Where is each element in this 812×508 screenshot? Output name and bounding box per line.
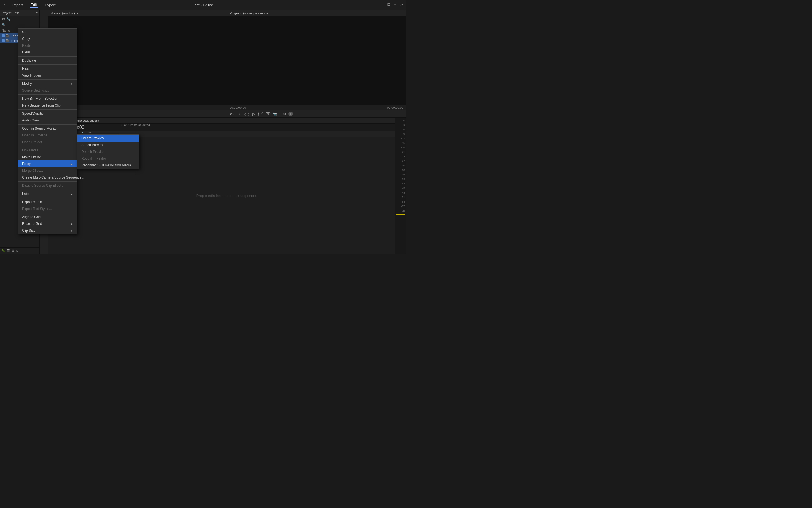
- prog-step-back-icon[interactable]: ◁: [243, 112, 246, 116]
- monitors-row: Source: (no clips) ≡ 00;00;00;00 🔷 ◁| 📷 …: [48, 10, 406, 118]
- menu-disable-effects: Disable Source Clip Effects: [18, 182, 77, 189]
- db-33: -33: [401, 169, 405, 171]
- menu-merge-clips: Merge Clips...: [18, 167, 77, 174]
- prog-frame-icon[interactable]: ▱: [279, 112, 282, 116]
- program-monitor: Program: (no sequences) ≡ 00;00;00;00 00…: [227, 10, 406, 118]
- panel-settings-icon[interactable]: 🔧: [6, 17, 10, 21]
- menu-modify[interactable]: Modify ▶: [18, 80, 77, 87]
- proxy-detach: Detach Proxies: [77, 148, 139, 155]
- menu-duplicate[interactable]: Duplicate: [18, 57, 77, 64]
- proxy-submenu: Create Proxies... Attach Proxies... Deta…: [77, 134, 139, 169]
- project-panel-label: Project: Test: [2, 11, 19, 15]
- prog-extract-icon[interactable]: ⌦: [266, 112, 271, 116]
- app-title: Test - Edited: [193, 3, 213, 7]
- prog-play-icon[interactable]: ▷: [248, 112, 251, 116]
- menu-export-media[interactable]: Export Media...: [18, 199, 77, 205]
- nav-import[interactable]: Import: [11, 2, 24, 8]
- proxy-reconnect[interactable]: Reconnect Full Resolution Media...: [77, 162, 139, 169]
- clip-color-swatch: [2, 35, 4, 37]
- menu-paste: Paste: [18, 42, 77, 49]
- menu-view-hidden[interactable]: View Hidden: [18, 72, 77, 79]
- menu-export-text: Export Text Styles...: [18, 205, 77, 212]
- project-panel-search: 🔍: [0, 22, 39, 28]
- items-selected-info: 2 of 2 items selected: [122, 123, 150, 127]
- nav-export[interactable]: Export: [44, 2, 57, 8]
- export-icon[interactable]: ↑: [394, 2, 396, 8]
- icon-view-icon[interactable]: ▦: [11, 249, 14, 253]
- menu-new-seq[interactable]: New Sequence From Clip: [18, 102, 77, 109]
- timeline-timecode: 00;00;00;00: [58, 124, 395, 131]
- prog-step-fwd-icon[interactable]: ▷: [252, 112, 255, 116]
- timeline-drop-text: Drop media here to create sequence.: [196, 194, 257, 198]
- db-18: -18: [401, 146, 405, 149]
- menu-make-offline[interactable]: Make Offline...: [18, 154, 77, 161]
- proxy-reveal: Reveal in Finder: [77, 155, 139, 162]
- modify-submenu-arrow: ▶: [70, 82, 73, 85]
- freeform-view-icon[interactable]: ⧉: [16, 249, 18, 253]
- prog-fwd-icon[interactable]: |⟩: [257, 112, 259, 116]
- db-9: -9: [402, 132, 405, 135]
- nav-edit[interactable]: Edit: [30, 2, 38, 8]
- proxy-attach[interactable]: Attach Proxies...: [77, 141, 139, 148]
- program-monitor-menu-icon[interactable]: ≡: [266, 11, 268, 15]
- menu-align-grid[interactable]: Align to Grid: [18, 214, 77, 220]
- menu-clear[interactable]: Clear: [18, 49, 77, 56]
- menu-cut[interactable]: Cut: [18, 29, 77, 35]
- clip-color-swatch: [2, 39, 4, 42]
- timeline-menu-icon[interactable]: ≡: [100, 119, 102, 122]
- source-monitor-menu-icon[interactable]: ≡: [77, 11, 78, 15]
- db-45: -45: [401, 187, 405, 189]
- prog-settings-icon[interactable]: ⚙: [283, 112, 287, 116]
- menu-source-settings: Source Settings...: [18, 87, 77, 94]
- db-12: -12: [401, 137, 405, 140]
- grid-view-icon[interactable]: ☰: [6, 249, 10, 253]
- db-39: -39: [401, 178, 405, 180]
- menu-divider7: [18, 146, 77, 146]
- menu-speed[interactable]: Speed/Duration...: [18, 110, 77, 117]
- menu-proxy[interactable]: Proxy ▶: [18, 161, 77, 167]
- context-menu: Cut Copy Paste Clear Duplicate Hide View…: [18, 28, 77, 234]
- program-monitor-screen: [227, 16, 406, 105]
- prog-camera-icon[interactable]: 📷: [273, 112, 277, 116]
- menu-reset-grid[interactable]: Reset to Grid ▶: [18, 220, 77, 227]
- menu-hide[interactable]: Hide: [18, 65, 77, 72]
- clip-file-icon: 🎬: [6, 34, 10, 38]
- prog-lift-icon[interactable]: ⇧: [261, 112, 264, 116]
- workspace-icon[interactable]: ⧉: [387, 2, 390, 8]
- db-0: 0: [403, 119, 405, 122]
- db-36: -36: [401, 173, 405, 176]
- menu-copy[interactable]: Copy: [18, 35, 77, 42]
- menu-multicam[interactable]: Create Multi-Camera Source Sequence...: [18, 174, 77, 181]
- db-24: -24: [401, 155, 405, 158]
- prog-out-icon[interactable]: }: [236, 112, 237, 116]
- db-51: -51: [401, 196, 405, 199]
- prog-add-btn[interactable]: +: [288, 112, 293, 116]
- prog-in-icon[interactable]: {: [234, 112, 235, 116]
- source-monitor-header: Source: (no clips) ≡: [48, 10, 227, 16]
- prog-heart-icon[interactable]: ♥: [230, 112, 232, 116]
- top-nav: ⌂ Import Edit Export Test - Edited ⧉ ↑ ⤢: [0, 0, 406, 10]
- menu-divider4: [18, 94, 77, 95]
- menu-label[interactable]: Label ▶: [18, 190, 77, 197]
- menu-open-source[interactable]: Open in Source Monitor: [18, 125, 77, 132]
- project-panel-toolbar: 🗂 🔧: [0, 16, 39, 22]
- prog-back-icon[interactable]: ⟨|: [239, 112, 241, 116]
- project-panel-menu-icon[interactable]: ≡: [36, 11, 38, 15]
- menu-new-bin[interactable]: New Bin From Selection: [18, 95, 77, 102]
- home-icon[interactable]: ⌂: [3, 3, 6, 8]
- project-panel-header: Project: Test ≡: [0, 10, 39, 16]
- folder-icon[interactable]: 🗂: [2, 17, 5, 21]
- db-scale-labels: 0 -3 -6 -9 -12 -15 -18 -21 -24 -27 -30 -…: [395, 118, 406, 216]
- menu-audio-gain[interactable]: Audio Gain...: [18, 117, 77, 124]
- proxy-create[interactable]: Create Proxies...: [77, 135, 139, 141]
- menu-link-media: Link Media...: [18, 147, 77, 154]
- list-view-icon[interactable]: ✎: [2, 249, 5, 253]
- search-icon: 🔍: [2, 23, 6, 27]
- fullscreen-icon[interactable]: ⤢: [399, 2, 403, 8]
- menu-clip-size[interactable]: Clip Size ▶: [18, 227, 77, 234]
- monitors-area: Source: (no clips) ≡ 00;00;00;00 🔷 ◁| 📷 …: [48, 10, 406, 254]
- db-15: -15: [401, 141, 405, 144]
- timeline-db-scale: 0 -3 -6 -9 -12 -15 -18 -21 -24 -27 -30 -…: [395, 118, 406, 254]
- menu-divider2: [18, 65, 77, 65]
- menu-divider3: [18, 79, 77, 80]
